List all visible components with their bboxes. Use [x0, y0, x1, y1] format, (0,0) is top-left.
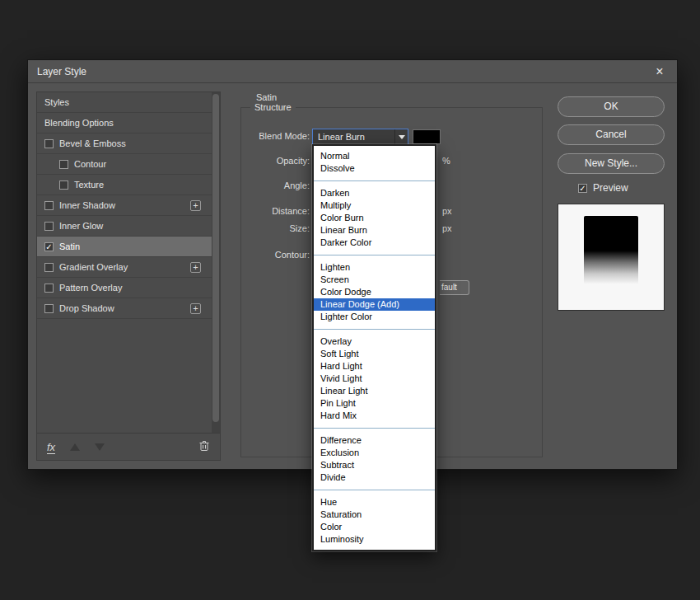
unchecked-checkbox[interactable]	[59, 180, 68, 190]
blend-mode-option[interactable]: Color Dodge	[314, 286, 435, 298]
distance-unit: px	[442, 206, 452, 216]
blend-mode-option[interactable]: Hue	[314, 496, 435, 509]
sidebar-item-label: Inner Shadow	[59, 200, 115, 210]
scrollbar-thumb[interactable]	[212, 94, 219, 422]
checked-checkbox[interactable]: ✓	[44, 242, 54, 251]
opacity-label: Opacity:	[227, 156, 310, 166]
blend-mode-option[interactable]: Linear Light	[314, 385, 435, 397]
unchecked-checkbox[interactable]	[44, 222, 54, 231]
add-effect-instance-icon[interactable]: +	[190, 303, 201, 314]
chevron-down-icon[interactable]	[394, 129, 408, 144]
reset-to-default-button-partial[interactable]: fault	[440, 280, 469, 295]
blend-mode-option[interactable]: Darker Color	[314, 237, 435, 249]
dropdown-separator	[314, 329, 435, 330]
sidebar-item-pattern-overlay[interactable]: Pattern Overlay	[37, 278, 213, 298]
dialog-title: Layer Style	[37, 60, 86, 83]
blend-mode-option[interactable]: Luminosity	[314, 533, 435, 546]
styles-list: StylesBlending OptionsBevel & EmbossCont…	[37, 92, 213, 319]
blend-mode-option[interactable]: Vivid Light	[314, 373, 435, 385]
sidebar-item-inner-shadow[interactable]: Inner Shadow+	[37, 195, 213, 216]
move-effect-up-icon[interactable]	[70, 443, 80, 451]
sidebar-item-label: Bevel & Emboss	[59, 138, 126, 148]
blend-mode-option[interactable]: Color Burn	[314, 212, 435, 224]
sidebar-item-gradient-overlay[interactable]: Gradient Overlay+	[37, 257, 213, 278]
size-label: Size:	[227, 223, 310, 233]
sidebar-item-label: Inner Glow	[59, 221, 103, 231]
blend-mode-group: OverlaySoft LightHard LightVivid LightLi…	[314, 333, 435, 424]
structure-group-label: Structure	[250, 102, 296, 112]
add-effect-instance-icon[interactable]: +	[190, 262, 201, 273]
unchecked-checkbox[interactable]	[44, 139, 54, 148]
sidebar-item-inner-glow[interactable]: Inner Glow	[37, 216, 213, 237]
sidebar-item-blending-options[interactable]: Blending Options	[37, 113, 213, 134]
blend-mode-option[interactable]: Subtract	[314, 459, 435, 471]
sidebar-item-styles[interactable]: Styles	[37, 92, 213, 113]
blend-mode-group: LightenScreenColor DodgeLinear Dodge (Ad…	[314, 259, 435, 326]
sidebar-item-contour[interactable]: Contour	[37, 154, 213, 175]
sidebar-item-label: Pattern Overlay	[59, 283, 122, 293]
dropdown-separator	[314, 428, 435, 429]
sidebar-item-label: Drop Shadow	[59, 303, 114, 313]
blend-mode-option[interactable]: Lighter Color	[314, 311, 435, 323]
blend-mode-option[interactable]: Darken	[314, 187, 435, 199]
sidebar-item-texture[interactable]: Texture	[37, 175, 213, 195]
blend-mode-option[interactable]: Exclusion	[314, 447, 435, 459]
blend-mode-option[interactable]: Lighten	[314, 261, 435, 274]
blend-mode-option[interactable]: Linear Dodge (Add)	[314, 298, 435, 311]
blend-mode-option[interactable]: Color	[314, 521, 435, 533]
blend-mode-option[interactable]: Hard Light	[314, 360, 435, 373]
blend-mode-option[interactable]: Difference	[314, 434, 435, 447]
sidebar-scrollbar[interactable]	[212, 92, 220, 433]
preview-label[interactable]: Preview	[593, 182, 628, 194]
unchecked-checkbox[interactable]	[44, 304, 54, 313]
dropdown-separator	[314, 490, 435, 490]
blend-mode-label: Blend Mode:	[227, 131, 310, 141]
blend-mode-option[interactable]: Overlay	[314, 335, 435, 348]
unchecked-checkbox[interactable]	[44, 201, 54, 210]
new-style-button[interactable]: New Style...	[558, 153, 665, 174]
fx-icon[interactable]: fx	[47, 441, 55, 454]
sidebar-item-label: Gradient Overlay	[59, 262, 128, 272]
blend-mode-option[interactable]: Soft Light	[314, 348, 435, 360]
move-effect-down-icon[interactable]	[95, 443, 105, 451]
sidebar-item-label: Styles	[44, 97, 69, 107]
blend-mode-value: Linear Burn	[318, 132, 365, 142]
sidebar-footer: fx	[37, 433, 220, 461]
preview-checkbox[interactable]: ✓	[578, 184, 587, 193]
size-unit: px	[442, 223, 452, 233]
blend-mode-option[interactable]: Pin Light	[314, 397, 435, 410]
blend-mode-option[interactable]: Dissolve	[314, 162, 435, 175]
sidebar-item-satin[interactable]: ✓Satin	[37, 237, 213, 257]
cancel-button[interactable]: Cancel	[558, 124, 665, 145]
blend-mode-option[interactable]: Linear Burn	[314, 224, 435, 237]
blend-mode-option[interactable]: Saturation	[314, 509, 435, 521]
desktop-background: Layer Style × StylesBlending OptionsBeve…	[0, 0, 700, 600]
blend-mode-option[interactable]: Screen	[314, 274, 435, 286]
sidebar-item-bevel-emboss[interactable]: Bevel & Emboss	[37, 134, 213, 154]
styles-sidebar: StylesBlending OptionsBevel & EmbossCont…	[36, 91, 221, 461]
preview-row: ✓ Preview	[578, 182, 628, 194]
angle-label: Angle:	[227, 180, 310, 190]
sidebar-item-drop-shadow[interactable]: Drop Shadow+	[37, 298, 213, 319]
delete-effect-icon[interactable]	[198, 439, 210, 455]
close-icon[interactable]: ×	[651, 63, 669, 81]
unchecked-checkbox[interactable]	[44, 284, 54, 293]
satin-preview-gradient	[584, 216, 638, 288]
blend-mode-option[interactable]: Multiply	[314, 199, 435, 212]
blend-mode-option[interactable]: Hard Mix	[314, 410, 435, 422]
sidebar-item-label: Satin	[59, 241, 80, 251]
distance-label: Distance:	[227, 206, 310, 216]
panel-title: Satin	[256, 92, 277, 102]
add-effect-instance-icon[interactable]: +	[190, 200, 201, 211]
ok-button[interactable]: OK	[558, 96, 665, 117]
unchecked-checkbox[interactable]	[44, 263, 54, 272]
unchecked-checkbox[interactable]	[59, 160, 68, 169]
blend-mode-option[interactable]: Normal	[314, 150, 435, 162]
dialog-titlebar: Layer Style ×	[28, 60, 677, 83]
satin-color-swatch[interactable]	[413, 129, 441, 144]
blend-mode-option[interactable]: Divide	[314, 471, 435, 484]
blend-mode-listbox: NormalDissolveDarkenMultiplyColor BurnLi…	[312, 144, 436, 551]
blend-mode-group: HueSaturationColorLuminosity	[314, 494, 435, 548]
blend-mode-group: DifferenceExclusionSubtractDivide	[314, 432, 435, 486]
blend-mode-select[interactable]: Linear Burn	[312, 129, 408, 145]
